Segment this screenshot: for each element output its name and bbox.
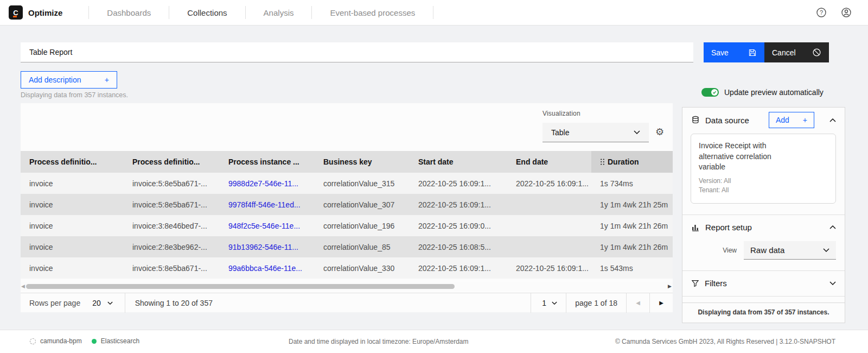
nav-item-dashboards[interactable]: Dashboards [89,8,169,17]
table-row: invoice invoice:5:8e5ba671-... 99a6bbca-… [21,257,673,279]
toggle-knob [711,89,718,96]
rows-per-page-label: Rows per page [29,299,80,307]
engine-name: camunda-bpm [40,337,82,345]
cell-process-definition-key: invoice [21,194,124,215]
view-select[interactable]: Raw data [744,241,836,260]
chevron-down-icon [634,130,640,134]
rows-per-page-value[interactable]: 20 [92,299,101,307]
cancel-button-label: Cancel [772,48,796,57]
scrollbar-thumb[interactable] [26,284,455,289]
scroll-right-arrow-icon[interactable]: ▶ [668,283,672,289]
cancel-button[interactable]: Cancel [764,42,829,62]
rows-per-page-chevron-icon[interactable] [107,301,113,305]
data-source-card[interactable]: Invoice Receipt with alternative correla… [691,134,836,204]
table-row: invoice invoice:3:8e46bed7-... 948f2c5e-… [21,215,673,236]
data-source-tenant: Tenant: All [699,186,828,195]
visualization-label: Visualization [542,110,580,117]
duration-header-label: Duration [608,157,639,166]
chevron-down-icon [823,248,829,252]
cell-duration: 1s 734ms [591,173,673,194]
column-header-duration[interactable]: Duration [591,151,673,173]
connection-status-icon [30,338,36,344]
data-source-title: Data source [705,116,749,125]
pagination-bar: Rows per page 20 Showing 1 to 20 of 357 … [21,293,673,312]
collapse-data-source-chevron-icon[interactable] [829,118,836,122]
help-icon[interactable]: ? [816,7,827,18]
view-selected-value: Raw data [750,245,784,255]
table-header-row: Process definitio... Process definitio..… [21,151,673,173]
page-select-chevron-icon[interactable] [552,301,557,305]
table-settings-gear-icon[interactable]: ⚙ [655,127,664,137]
report-name-input[interactable] [21,42,693,62]
column-header-end-date[interactable]: End date [507,151,591,173]
cell-start-date: 2022-10-25 16:09:0... [410,215,507,236]
column-header-process-definition-key[interactable]: Process definitio... [21,151,124,173]
app-header: C Optimize Dashboards Collections Analys… [0,0,868,26]
column-header-process-definition-id[interactable]: Process definitio... [124,151,220,173]
copyright-text: © Camunda Services GmbH 2023, All Rights… [615,338,835,345]
filter-funnel-icon [691,279,699,287]
report-preview: Visualization Table ⚙ Process definitio.… [21,103,673,312]
instance-count-status: Displaying data from 357 of 357 instance… [682,302,845,323]
save-button[interactable]: Save [704,42,764,62]
expand-filters-chevron-icon[interactable] [829,281,836,285]
cell-end-date [507,215,591,236]
report-setup-section-header: Report setup [682,215,845,240]
cell-end-date: 2022-10-25 16:09:1... [507,257,591,279]
cell-process-definition-id: invoice:5:8e5ba671-... [124,257,220,279]
svg-text:?: ? [820,9,823,16]
cell-duration: 1y 1m 4wk 21h 25m [591,194,673,215]
main-nav: Dashboards Collections Analysis Event-ba… [88,0,433,25]
cell-business-key: correlationValue_307 [315,194,410,215]
next-page-button[interactable]: ▶ [650,293,673,313]
visualization-select[interactable]: Table [542,123,649,142]
cell-business-key: correlationValue_85 [315,236,410,257]
database-icon [691,116,700,124]
save-icon [748,48,757,57]
page-info-text: page 1 of 18 [566,299,626,307]
cell-process-definition-id: invoice:2:8e3be962-... [124,236,220,257]
cell-process-definition-key: invoice [21,257,124,279]
column-header-business-key[interactable]: Business key [315,151,410,173]
process-instance-link[interactable]: 99a6bbca-546e-11e... [220,257,315,279]
update-preview-toggle[interactable] [701,88,719,97]
previous-page-button[interactable]: ◀ [627,293,649,313]
filters-title: Filters [705,279,727,288]
add-description-button[interactable]: Add description + [21,71,117,89]
bar-chart-icon [691,223,700,232]
column-header-start-date[interactable]: Start date [410,151,507,173]
cell-process-definition-id: invoice:3:8e46bed7-... [124,215,220,236]
table-row: invoice invoice:2:8e3be962-... 91b13962-… [21,236,673,257]
process-instance-link[interactable]: 9988d2e7-546e-11... [220,173,315,194]
plus-icon: + [105,75,109,84]
data-source-version: Version: All [699,177,828,186]
cell-business-key: correlationValue_330 [315,257,410,279]
nav-item-analysis[interactable]: Analysis [246,8,312,17]
data-source-name: Invoice Receipt with alternative correla… [699,141,799,173]
nav-item-collections[interactable]: Collections [169,8,245,17]
cell-process-definition-key: invoice [21,215,124,236]
showing-range-text: Showing 1 to 20 of 357 [135,299,213,307]
nav-item-event-based-processes[interactable]: Event-based processes [312,8,433,17]
cancel-icon [812,48,821,57]
drag-handle-icon[interactable] [600,158,605,166]
view-row: View Raw data [682,240,845,270]
horizontal-scrollbar[interactable]: ◀ ▶ [21,282,673,291]
column-header-process-instance-id[interactable]: Process instance ... [220,151,315,173]
collapse-report-setup-chevron-icon[interactable] [829,225,836,229]
process-instance-link[interactable]: 948f2c5e-546e-11e... [220,215,315,236]
camunda-logo[interactable]: C [9,5,23,20]
page-select-value[interactable]: 1 [542,299,546,307]
user-icon[interactable] [841,7,852,18]
scroll-left-arrow-icon[interactable]: ◀ [21,283,25,289]
process-instance-link[interactable]: 91b13962-546e-11... [220,236,315,257]
app-footer: camunda-bpm Elasticsearch Date and time … [0,330,868,353]
cell-process-definition-id: invoice:5:8e5ba671-... [124,194,220,215]
data-source-section-header: Data source Add + [682,108,845,133]
save-button-label: Save [711,48,729,57]
cell-start-date: 2022-10-25 16:09:1... [410,194,507,215]
process-instance-link[interactable]: 9978f4ff-546e-11ed... [220,194,315,215]
elasticsearch-status-icon [92,339,97,344]
cell-start-date: 2022-10-25 16:09:1... [410,173,507,194]
add-data-source-button[interactable]: Add + [769,112,814,128]
